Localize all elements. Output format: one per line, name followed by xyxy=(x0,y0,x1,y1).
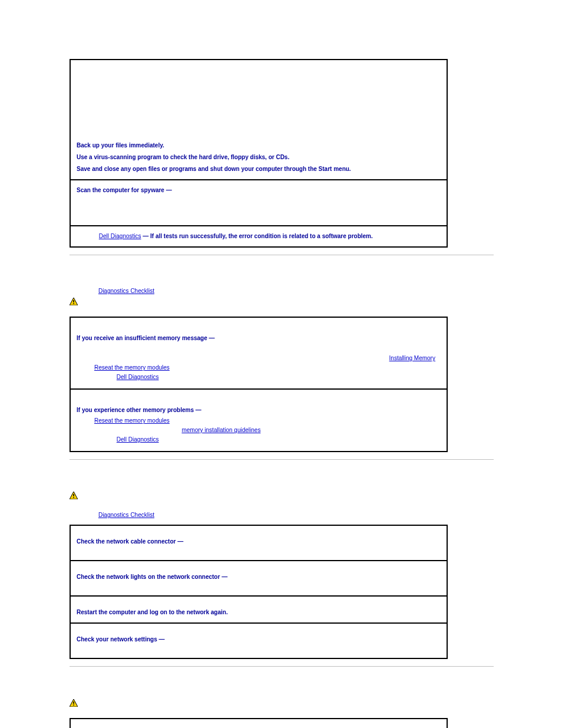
lead-check-settings: Check your network settings — xyxy=(77,636,164,643)
divider xyxy=(70,666,494,667)
link-reseat-memory[interactable]: Reseat the memory modules xyxy=(94,364,170,371)
pccard-table: Check the PC Card — Ensure that the PC C… xyxy=(70,718,448,728)
bullet: Run the Dell Diagnostics. xyxy=(94,373,441,381)
lead-other-memory: If you experience other memory problems … xyxy=(77,407,201,413)
link-reseat-memory[interactable]: Reseat the memory modules xyxy=(94,417,170,424)
bullet: Save and close any open files and exit a… xyxy=(94,345,441,353)
svg-rect-1 xyxy=(73,300,74,302)
network-table: Check the network cable connector — Ensu… xyxy=(70,525,448,659)
svg-rect-4 xyxy=(73,494,74,496)
lead-insufficient-memory: If you receive an insufficient memory me… xyxy=(77,335,215,341)
caution-text: CAUTION: Before you begin any of the pro… xyxy=(81,699,444,707)
bullet: Reseat the memory modules to ensure that… xyxy=(94,417,441,425)
row-text: Verify that the device drivers do not co… xyxy=(77,110,236,117)
run-post: — If all tests run successfully, the err… xyxy=(141,233,373,239)
lead-backup: Back up your files immediately. xyxy=(77,142,164,149)
lead-check-cable: Check the network cable connector — xyxy=(77,538,183,545)
link-installing-memory[interactable]: Installing Memory xyxy=(389,355,435,361)
divider xyxy=(70,459,494,460)
lead-scan: Scan the computer for spyware — xyxy=(77,187,172,193)
pccard-caution: CAUTION: Before you begin any of the pro… xyxy=(70,699,492,709)
bullet: Ensure that you are following the memory… xyxy=(94,426,441,434)
caution-text: CAUTION: Before you begin any of the pro… xyxy=(81,298,444,306)
network-fill-post: as you complete these checks. xyxy=(154,512,237,518)
svg-rect-5 xyxy=(73,498,74,499)
divider xyxy=(70,255,494,255)
lead-shutdown: Save and close any open files or program… xyxy=(77,166,351,172)
lead-virus: Use a virus-scanning program to check th… xyxy=(77,154,289,160)
caution-icon xyxy=(70,699,78,709)
memory-fill-pre: Fill out the xyxy=(70,288,98,294)
link-memory-guidelines[interactable]: memory installation guidelines xyxy=(181,427,260,433)
lockups-table: Ensure that the program is compatible wi… xyxy=(70,59,448,248)
svg-rect-2 xyxy=(73,303,74,304)
caution-icon xyxy=(70,492,78,502)
lead-check-lights: Check the network lights on the network … xyxy=(77,574,227,580)
svg-rect-8 xyxy=(73,704,74,706)
pccard-heading: PC Card Problems xyxy=(70,684,492,694)
network-heading: Network Problems xyxy=(70,477,492,487)
svg-rect-7 xyxy=(73,701,74,704)
row-text: Ensure that your computer meets the mini… xyxy=(77,85,335,92)
memory-caution: CAUTION: Before you begin any of the pro… xyxy=(70,298,492,308)
bullet: Run the Dell Diagnostics. xyxy=(94,436,441,444)
link-dell-diagnostics[interactable]: Dell Diagnostics xyxy=(117,436,159,443)
caution-text: CAUTION: Before you begin any of the pro… xyxy=(81,492,444,500)
caution-icon xyxy=(70,298,78,308)
memory-table: If you receive an insufficient memory me… xyxy=(70,317,448,452)
link-dell-diagnostics[interactable]: Dell Diagnostics xyxy=(99,233,141,239)
memory-heading: Memory Problems xyxy=(70,273,492,282)
bullet: See the software documentation for minim… xyxy=(94,354,441,363)
bullet: Reseat the memory modules to ensure that… xyxy=(94,364,441,372)
memory-fill-post: as you complete these checks. xyxy=(154,288,237,294)
lead-restart: Restart the computer and log on to the n… xyxy=(77,609,228,615)
link-diag-checklist[interactable]: Diagnostics Checklist xyxy=(98,512,154,518)
link-dell-diagnostics[interactable]: Dell Diagnostics xyxy=(117,374,159,380)
network-caution: CAUTION: Before you begin any of the pro… xyxy=(70,492,492,502)
run-pre: Run the xyxy=(77,233,99,239)
row-text: Ensure that the program is installed and… xyxy=(77,102,234,108)
link-diag-checklist[interactable]: Diagnostics Checklist xyxy=(98,288,154,294)
row-text: If necessary, uninstall and then reinsta… xyxy=(77,118,214,125)
row-text: Ensure that the program is compatible wi… xyxy=(77,77,316,84)
network-fill-pre: Fill out the xyxy=(70,512,98,518)
